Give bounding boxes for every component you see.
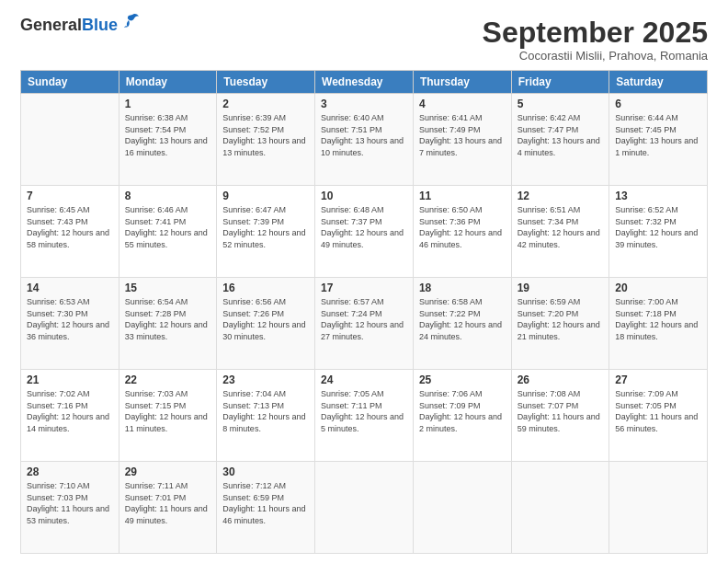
day-number: 10 bbox=[321, 190, 407, 202]
day-number: 11 bbox=[419, 190, 506, 202]
day-info: Sunrise: 7:02 AMSunset: 7:16 PMDaylight:… bbox=[27, 388, 113, 434]
calendar-cell-w4d5 bbox=[511, 462, 609, 554]
day-info: Sunrise: 6:51 AMSunset: 7:34 PMDaylight:… bbox=[518, 204, 604, 250]
day-number: 24 bbox=[321, 373, 407, 386]
day-info: Sunrise: 6:38 AMSunset: 7:54 PMDaylight:… bbox=[125, 112, 211, 158]
calendar-cell-w0d2: 2Sunrise: 6:39 AMSunset: 7:52 PMDaylight… bbox=[217, 94, 315, 186]
calendar-cell-w4d0: 28Sunrise: 7:10 AMSunset: 7:03 PMDayligh… bbox=[21, 462, 119, 554]
calendar-cell-w4d1: 29Sunrise: 7:11 AMSunset: 7:01 PMDayligh… bbox=[119, 462, 217, 554]
calendar-cell-w0d0 bbox=[21, 94, 119, 186]
location: Cocorastii Mislii, Prahova, Romania bbox=[483, 49, 708, 63]
day-number: 20 bbox=[615, 282, 701, 294]
day-info: Sunrise: 6:59 AMSunset: 7:20 PMDaylight:… bbox=[518, 296, 604, 342]
title-block: September 2025 Cocorastii Mislii, Prahov… bbox=[483, 17, 708, 63]
day-number: 19 bbox=[518, 282, 604, 294]
calendar-cell-w4d3 bbox=[315, 462, 414, 554]
calendar-cell-w3d5: 26Sunrise: 7:08 AMSunset: 7:07 PMDayligh… bbox=[511, 370, 609, 462]
logo: GeneralBlue bbox=[20, 17, 140, 35]
day-number: 2 bbox=[222, 98, 309, 110]
day-info: Sunrise: 7:12 AMSunset: 6:59 PMDaylight:… bbox=[222, 480, 309, 526]
day-info: Sunrise: 6:47 AMSunset: 7:39 PMDaylight:… bbox=[222, 204, 309, 250]
calendar-cell-w2d6: 20Sunrise: 7:00 AMSunset: 7:18 PMDayligh… bbox=[609, 278, 708, 370]
day-info: Sunrise: 6:56 AMSunset: 7:26 PMDaylight:… bbox=[222, 296, 309, 342]
calendar-cell-w3d1: 22Sunrise: 7:03 AMSunset: 7:15 PMDayligh… bbox=[119, 370, 217, 462]
day-info: Sunrise: 6:44 AMSunset: 7:45 PMDaylight:… bbox=[615, 112, 701, 158]
day-number: 8 bbox=[125, 190, 211, 202]
day-info: Sunrise: 7:11 AMSunset: 7:01 PMDaylight:… bbox=[125, 480, 211, 526]
calendar-cell-w2d5: 19Sunrise: 6:59 AMSunset: 7:20 PMDayligh… bbox=[511, 278, 609, 370]
calendar-cell-w2d1: 15Sunrise: 6:54 AMSunset: 7:28 PMDayligh… bbox=[119, 278, 217, 370]
day-info: Sunrise: 7:00 AMSunset: 7:18 PMDaylight:… bbox=[615, 296, 701, 342]
day-number: 27 bbox=[615, 373, 701, 386]
calendar-cell-w1d0: 7Sunrise: 6:45 AMSunset: 7:43 PMDaylight… bbox=[21, 186, 119, 278]
header: GeneralBlue September 2025 Cocorastii Mi… bbox=[20, 17, 708, 63]
calendar-week-row-0: 1Sunrise: 6:38 AMSunset: 7:54 PMDaylight… bbox=[21, 94, 708, 186]
col-saturday: Saturday bbox=[609, 71, 708, 94]
day-number: 3 bbox=[321, 98, 407, 110]
day-number: 14 bbox=[27, 282, 113, 294]
day-number: 29 bbox=[125, 465, 211, 478]
day-info: Sunrise: 6:50 AMSunset: 7:36 PMDaylight:… bbox=[419, 204, 506, 250]
day-number: 28 bbox=[27, 465, 113, 478]
day-info: Sunrise: 6:53 AMSunset: 7:30 PMDaylight:… bbox=[27, 296, 113, 342]
day-number: 26 bbox=[518, 373, 604, 386]
calendar-cell-w2d2: 16Sunrise: 6:56 AMSunset: 7:26 PMDayligh… bbox=[217, 278, 315, 370]
col-friday: Friday bbox=[511, 71, 609, 94]
day-number: 15 bbox=[125, 282, 211, 294]
day-info: Sunrise: 6:42 AMSunset: 7:47 PMDaylight:… bbox=[518, 112, 604, 158]
day-number: 21 bbox=[27, 373, 113, 386]
calendar-table: Sunday Monday Tuesday Wednesday Thursday… bbox=[20, 70, 708, 554]
calendar-cell-w2d0: 14Sunrise: 6:53 AMSunset: 7:30 PMDayligh… bbox=[21, 278, 119, 370]
day-number: 18 bbox=[419, 282, 506, 294]
calendar-cell-w4d2: 30Sunrise: 7:12 AMSunset: 6:59 PMDayligh… bbox=[217, 462, 315, 554]
col-tuesday: Tuesday bbox=[217, 71, 315, 94]
calendar-cell-w3d2: 23Sunrise: 7:04 AMSunset: 7:13 PMDayligh… bbox=[217, 370, 315, 462]
day-number: 9 bbox=[222, 190, 309, 202]
day-info: Sunrise: 6:40 AMSunset: 7:51 PMDaylight:… bbox=[321, 112, 407, 158]
calendar-cell-w2d3: 17Sunrise: 6:57 AMSunset: 7:24 PMDayligh… bbox=[315, 278, 414, 370]
calendar-week-row-3: 21Sunrise: 7:02 AMSunset: 7:16 PMDayligh… bbox=[21, 370, 708, 462]
day-info: Sunrise: 6:57 AMSunset: 7:24 PMDaylight:… bbox=[321, 296, 407, 342]
calendar-cell-w3d3: 24Sunrise: 7:05 AMSunset: 7:11 PMDayligh… bbox=[315, 370, 414, 462]
day-info: Sunrise: 7:06 AMSunset: 7:09 PMDaylight:… bbox=[419, 388, 506, 434]
day-number: 13 bbox=[615, 190, 701, 202]
calendar-cell-w0d4: 4Sunrise: 6:41 AMSunset: 7:49 PMDaylight… bbox=[413, 94, 511, 186]
calendar-week-row-4: 28Sunrise: 7:10 AMSunset: 7:03 PMDayligh… bbox=[21, 462, 708, 554]
calendar-cell-w0d1: 1Sunrise: 6:38 AMSunset: 7:54 PMDaylight… bbox=[119, 94, 217, 186]
day-number: 6 bbox=[615, 98, 701, 110]
calendar-cell-w0d3: 3Sunrise: 6:40 AMSunset: 7:51 PMDaylight… bbox=[315, 94, 414, 186]
calendar-cell-w2d4: 18Sunrise: 6:58 AMSunset: 7:22 PMDayligh… bbox=[413, 278, 511, 370]
day-number: 12 bbox=[518, 190, 604, 202]
day-number: 7 bbox=[27, 190, 113, 202]
day-info: Sunrise: 7:03 AMSunset: 7:15 PMDaylight:… bbox=[125, 388, 211, 434]
col-wednesday: Wednesday bbox=[315, 71, 414, 94]
col-sunday: Sunday bbox=[21, 71, 119, 94]
calendar-cell-w1d6: 13Sunrise: 6:52 AMSunset: 7:32 PMDayligh… bbox=[609, 186, 708, 278]
day-info: Sunrise: 6:46 AMSunset: 7:41 PMDaylight:… bbox=[125, 204, 211, 250]
calendar-cell-w1d1: 8Sunrise: 6:46 AMSunset: 7:41 PMDaylight… bbox=[119, 186, 217, 278]
day-info: Sunrise: 6:52 AMSunset: 7:32 PMDaylight:… bbox=[615, 204, 701, 250]
day-number: 5 bbox=[518, 98, 604, 110]
day-info: Sunrise: 6:39 AMSunset: 7:52 PMDaylight:… bbox=[222, 112, 309, 158]
day-number: 4 bbox=[419, 98, 506, 110]
day-number: 23 bbox=[222, 373, 309, 386]
calendar-cell-w3d0: 21Sunrise: 7:02 AMSunset: 7:16 PMDayligh… bbox=[21, 370, 119, 462]
day-number: 22 bbox=[125, 373, 211, 386]
day-number: 25 bbox=[419, 373, 506, 386]
day-number: 30 bbox=[222, 465, 309, 478]
logo-bird-icon bbox=[119, 13, 140, 31]
calendar-cell-w1d3: 10Sunrise: 6:48 AMSunset: 7:37 PMDayligh… bbox=[315, 186, 414, 278]
day-info: Sunrise: 6:45 AMSunset: 7:43 PMDaylight:… bbox=[27, 204, 113, 250]
day-number: 16 bbox=[222, 282, 309, 294]
calendar-cell-w4d4 bbox=[413, 462, 511, 554]
col-monday: Monday bbox=[119, 71, 217, 94]
day-number: 17 bbox=[321, 282, 407, 294]
day-info: Sunrise: 7:09 AMSunset: 7:05 PMDaylight:… bbox=[615, 388, 701, 434]
calendar-cell-w1d2: 9Sunrise: 6:47 AMSunset: 7:39 PMDaylight… bbox=[217, 186, 315, 278]
calendar-cell-w4d6 bbox=[609, 462, 708, 554]
day-info: Sunrise: 6:54 AMSunset: 7:28 PMDaylight:… bbox=[125, 296, 211, 342]
day-info: Sunrise: 7:10 AMSunset: 7:03 PMDaylight:… bbox=[27, 480, 113, 526]
col-thursday: Thursday bbox=[413, 71, 511, 94]
calendar-week-row-2: 14Sunrise: 6:53 AMSunset: 7:30 PMDayligh… bbox=[21, 278, 708, 370]
calendar-header-row: Sunday Monday Tuesday Wednesday Thursday… bbox=[21, 71, 708, 94]
